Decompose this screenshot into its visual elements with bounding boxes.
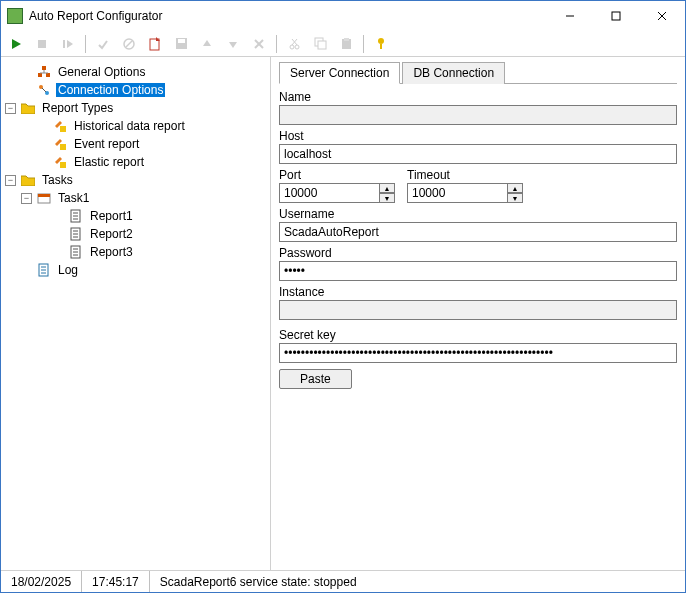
delete-button[interactable] bbox=[248, 33, 270, 55]
svg-rect-30 bbox=[46, 73, 50, 77]
tree-node-log[interactable]: Log bbox=[5, 261, 266, 279]
toolbar bbox=[1, 31, 685, 57]
status-message: ScadaReport6 service state: stopped bbox=[150, 571, 685, 592]
collapse-icon[interactable]: − bbox=[21, 193, 32, 204]
username-label: Username bbox=[279, 207, 677, 221]
instance-field bbox=[279, 300, 677, 320]
timeout-label: Timeout bbox=[407, 168, 527, 182]
svg-rect-28 bbox=[42, 66, 46, 70]
paste-button[interactable] bbox=[335, 33, 357, 55]
instance-label: Instance bbox=[279, 285, 677, 299]
timeout-up-button[interactable]: ▲ bbox=[507, 183, 523, 193]
cancel-button[interactable] bbox=[118, 33, 140, 55]
folder-icon bbox=[20, 100, 36, 116]
svg-marker-15 bbox=[229, 42, 237, 48]
task-icon bbox=[36, 190, 52, 206]
connection-form: Name Host Port ▲ ▼ bbox=[279, 84, 677, 393]
name-field bbox=[279, 105, 677, 125]
svg-rect-45 bbox=[38, 194, 50, 197]
svg-rect-27 bbox=[380, 44, 382, 49]
work-area: General Options Connection Options − Rep… bbox=[1, 57, 685, 570]
move-down-button[interactable] bbox=[222, 33, 244, 55]
svg-rect-40 bbox=[60, 144, 66, 150]
svg-rect-5 bbox=[38, 40, 46, 48]
tree-node-task1[interactable]: − Task1 bbox=[5, 189, 266, 207]
copy-button[interactable] bbox=[309, 33, 331, 55]
svg-marker-7 bbox=[67, 40, 73, 48]
password-label: Password bbox=[279, 246, 677, 260]
titlebar: Auto Report Configurator bbox=[1, 1, 685, 31]
options-icon bbox=[36, 64, 52, 80]
svg-line-35 bbox=[42, 88, 46, 92]
tree-node-connection-options[interactable]: Connection Options bbox=[5, 81, 266, 99]
svg-marker-4 bbox=[12, 39, 21, 49]
move-up-button[interactable] bbox=[196, 33, 218, 55]
collapse-icon[interactable]: − bbox=[5, 175, 16, 186]
close-button[interactable] bbox=[639, 1, 685, 31]
password-field[interactable] bbox=[279, 261, 677, 281]
name-label: Name bbox=[279, 90, 677, 104]
status-bar: 18/02/2025 17:45:17 ScadaReport6 service… bbox=[1, 570, 685, 592]
stop-button[interactable] bbox=[31, 33, 53, 55]
timeout-field[interactable] bbox=[407, 183, 507, 203]
help-button[interactable] bbox=[370, 33, 392, 55]
svg-marker-43 bbox=[21, 176, 35, 186]
svg-rect-1 bbox=[612, 12, 620, 20]
tree-node-report2[interactable]: Report2 bbox=[5, 225, 266, 243]
tree-node-elastic[interactable]: Elastic report bbox=[5, 153, 266, 171]
collapse-icon[interactable]: − bbox=[5, 103, 16, 114]
svg-marker-14 bbox=[203, 40, 211, 46]
detail-panel: Server Connection DB Connection Name Hos… bbox=[271, 57, 685, 570]
save-button[interactable] bbox=[170, 33, 192, 55]
tree-node-event[interactable]: Event report bbox=[5, 135, 266, 153]
svg-point-18 bbox=[290, 45, 294, 49]
secret-label: Secret key bbox=[279, 328, 677, 342]
paste-button[interactable]: Paste bbox=[279, 369, 352, 389]
tree-node-report1[interactable]: Report1 bbox=[5, 207, 266, 225]
tab-server-connection[interactable]: Server Connection bbox=[279, 62, 400, 84]
tree-node-general-options[interactable]: General Options bbox=[5, 63, 266, 81]
svg-point-19 bbox=[295, 45, 299, 49]
document-icon bbox=[68, 208, 84, 224]
run-button[interactable] bbox=[5, 33, 27, 55]
report-type-icon bbox=[52, 118, 68, 134]
svg-rect-6 bbox=[63, 40, 65, 48]
tree-node-historical[interactable]: Historical data report bbox=[5, 117, 266, 135]
app-icon bbox=[7, 8, 23, 24]
svg-rect-29 bbox=[38, 73, 42, 77]
tree-node-report-types[interactable]: − Report Types bbox=[5, 99, 266, 117]
report-type-icon bbox=[52, 154, 68, 170]
maximize-button[interactable] bbox=[593, 1, 639, 31]
apply-button[interactable] bbox=[92, 33, 114, 55]
svg-rect-42 bbox=[60, 162, 66, 168]
svg-marker-36 bbox=[21, 104, 35, 114]
nav-tree[interactable]: General Options Connection Options − Rep… bbox=[1, 57, 271, 570]
minimize-button[interactable] bbox=[547, 1, 593, 31]
tab-db-connection[interactable]: DB Connection bbox=[402, 62, 505, 84]
host-field[interactable] bbox=[279, 144, 677, 164]
cut-button[interactable] bbox=[283, 33, 305, 55]
svg-rect-25 bbox=[344, 38, 349, 41]
svg-rect-13 bbox=[178, 39, 185, 43]
svg-rect-38 bbox=[60, 126, 66, 132]
status-date: 18/02/2025 bbox=[1, 571, 82, 592]
port-down-button[interactable]: ▼ bbox=[379, 193, 395, 203]
document-icon bbox=[68, 226, 84, 242]
secret-field[interactable] bbox=[279, 343, 677, 363]
connection-icon bbox=[36, 82, 52, 98]
tree-node-tasks[interactable]: − Tasks bbox=[5, 171, 266, 189]
status-time: 17:45:17 bbox=[82, 571, 150, 592]
host-label: Host bbox=[279, 129, 677, 143]
log-icon bbox=[36, 262, 52, 278]
tab-bar: Server Connection DB Connection bbox=[279, 61, 677, 84]
port-field[interactable] bbox=[279, 183, 379, 203]
step-button[interactable] bbox=[57, 33, 79, 55]
tree-node-report3[interactable]: Report3 bbox=[5, 243, 266, 261]
svg-line-9 bbox=[126, 41, 132, 47]
svg-point-26 bbox=[378, 38, 384, 44]
username-field[interactable] bbox=[279, 222, 677, 242]
svg-rect-23 bbox=[318, 41, 326, 49]
timeout-down-button[interactable]: ▼ bbox=[507, 193, 523, 203]
port-up-button[interactable]: ▲ bbox=[379, 183, 395, 193]
edit-button[interactable] bbox=[144, 33, 166, 55]
